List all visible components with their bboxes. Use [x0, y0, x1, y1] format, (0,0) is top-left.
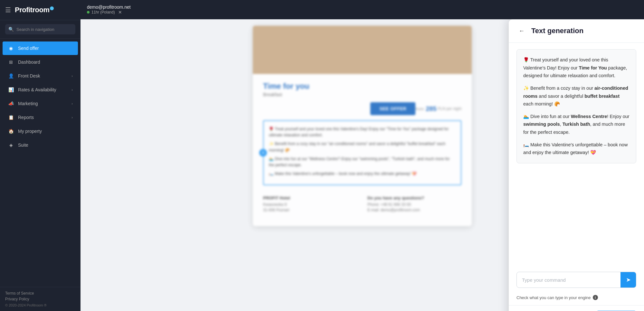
email-text-paragraph: 🏊 Dive into fun at our "Wellness Centre"… [269, 156, 456, 168]
sidebar-item-rates[interactable]: 📊 Rates & Availability › [3, 83, 78, 96]
nav-icon-rates: 📊 [8, 87, 14, 93]
search-placeholder: Search in navigation [16, 27, 54, 32]
sidebar-item-suite[interactable]: ◈ Suite [3, 138, 78, 152]
back-button[interactable]: ← [516, 26, 527, 36]
nav-icon-marketing: 📣 [8, 100, 14, 107]
email-footer-line2-1: Phone: +48 61 666 33 00 [367, 202, 461, 207]
email-footer-line2-2: E-mail: demo@profitroom.com [367, 208, 461, 212]
generated-text-paragraph: 🏊 Dive into fun at our Wellness Centre! … [523, 113, 630, 136]
logo-dot [50, 6, 54, 10]
email-footer-line1-2: 31-006 Poznań [263, 208, 357, 212]
footer-copy: © 2020-2024 Profitroom ® [5, 303, 75, 307]
email-hero-image [253, 26, 472, 74]
hamburger-icon[interactable]: ☰ [5, 6, 11, 14]
topbar-meta: 11hr (Poland) ✕ [87, 10, 131, 15]
top-bar: demo@profitroom.net 11hr (Poland) ✕ [80, 0, 644, 19]
sidebar-item-reports[interactable]: 📋 Reports › [3, 111, 78, 124]
email-offer-subtitle: Breakfast [263, 92, 461, 97]
nav-label-dashboard: Dashboard [18, 59, 73, 65]
logo-container: Profitroom [15, 6, 54, 14]
generated-text-paragraph: 🌹 Treat yourself and your loved one this… [523, 56, 630, 80]
email-price-row: SEE OFFER from 285 PLN per night [263, 102, 461, 115]
nav-icon-my-property: 🏠 [8, 128, 14, 134]
generated-text-box: 🌹 Treat yourself and your loved one this… [516, 49, 636, 163]
sidebar-item-my-property[interactable]: 🏠 My property [3, 124, 78, 138]
sidebar-item-send-offer[interactable]: ◉ Send offer [3, 41, 78, 55]
sidebar-header: ☰ Profitroom [0, 0, 80, 20]
panel-overlay: ← Text generation 🌹 Treat yourself and y… [502, 19, 644, 311]
nav-label-rates: Rates & Availability [18, 87, 71, 92]
email-selected-section: A 🌹 Treat yourself and your loved one th… [263, 120, 461, 185]
topbar-meta-text: 11hr (Poland) [91, 10, 115, 14]
email-text-paragraph: ✨ Benefit from a cozy stay in our "air-c… [269, 141, 456, 153]
nav-arrow-front-desk: › [71, 74, 73, 78]
text-gen-panel: ← Text generation 🌹 Treat yourself and y… [509, 19, 644, 311]
nav-label-my-property: My property [18, 129, 73, 134]
send-button[interactable]: ➤ [620, 272, 636, 288]
email-footer-title1: PROFIT Hotel [263, 196, 357, 200]
info-icon-label: i [595, 296, 596, 299]
status-dot [87, 11, 90, 14]
nav-icon-send-offer: ◉ [8, 45, 14, 51]
footer-privacy[interactable]: Privacy Policy [5, 297, 75, 301]
help-text-row: Check what you can type in your engine i [509, 292, 644, 305]
panel-footer: SAVE [509, 305, 644, 311]
email-text-paragraph: 🌹 Treat yourself and your loved one this… [269, 126, 456, 138]
email-footer-title2: Do you have any questions? [367, 196, 461, 200]
generated-text-paragraph: ✨ Benefit from a cozy stay in our air-co… [523, 84, 630, 108]
content-wrapper: Time for you Breakfast SEE OFFER from 28… [80, 19, 644, 311]
command-input[interactable] [517, 273, 620, 287]
back-arrow-icon: ← [519, 28, 525, 34]
panel-content: 🌹 Treat yourself and your loved one this… [509, 43, 644, 272]
email-preview: Time for you Breakfast SEE OFFER from 28… [253, 26, 472, 226]
nav-icon-front-desk: 👤 [8, 73, 14, 79]
topbar-close-icon[interactable]: ✕ [118, 10, 122, 15]
nav-icon-reports: 📋 [8, 114, 14, 121]
email-footer-line1-1: Kwasowska 9 [263, 202, 357, 207]
nav-icon-dashboard: ⊞ [8, 59, 14, 65]
email-hero [253, 26, 472, 74]
email-footer: PROFIT Hotel Kwasowska 9 31-006 Poznań D… [263, 190, 461, 218]
nav-items: ◉ Send offer ⊞ Dashboard 👤 Front Desk › … [0, 39, 80, 287]
search-icon: 🔍 [8, 27, 14, 32]
info-icon[interactable]: i [593, 295, 598, 300]
sidebar-item-front-desk[interactable]: 👤 Front Desk › [3, 69, 78, 83]
email-text-content: 🌹 Treat yourself and your loved one this… [269, 126, 456, 177]
topbar-email: demo@profitroom.net [87, 5, 131, 10]
panel-title: Text generation [531, 27, 583, 35]
nav-label-marketing: Marketing [18, 101, 71, 106]
sidebar-footer: Terms of Service Privacy Policy © 2020-2… [0, 287, 80, 311]
email-price-value: 285 [426, 105, 436, 113]
email-offer-title: Time for you [263, 82, 461, 91]
panel-header: ← Text generation [509, 19, 644, 43]
generated-text-paragraph: 🛏️ Make this Valentine's unforgettable –… [523, 141, 630, 157]
footer-terms[interactable]: Terms of Service [5, 291, 75, 296]
nav-label-send-offer: Send offer [18, 46, 73, 51]
logo-text: Profitroom [15, 6, 49, 14]
help-text: Check what you can type in your engine [516, 295, 591, 300]
email-text-paragraph: 🛏️ Make this Valentine's unforgettable –… [269, 171, 456, 177]
nav-arrow-reports: › [71, 115, 73, 119]
sidebar-item-marketing[interactable]: 📣 Marketing › [3, 97, 78, 110]
email-cta-button[interactable]: SEE OFFER [370, 102, 415, 115]
nav-arrow-rates: › [71, 88, 73, 92]
email-footer-col2: Do you have any questions? Phone: +48 61… [367, 196, 461, 213]
nav-label-front-desk: Front Desk [18, 73, 71, 78]
email-price-unit: PLN per night [438, 106, 461, 111]
email-body: Time for you Breakfast SEE OFFER from 28… [253, 74, 472, 226]
email-selected-indicator: A [259, 149, 267, 157]
nav-arrow-marketing: › [71, 102, 73, 105]
email-footer-col1: PROFIT Hotel Kwasowska 9 31-006 Poznań [263, 196, 357, 213]
email-price-label: from [415, 106, 424, 111]
nav-icon-suite: ◈ [8, 142, 14, 148]
main-area: demo@profitroom.net 11hr (Poland) ✕ Time… [80, 0, 644, 311]
command-section: ➤ [509, 272, 644, 292]
send-icon: ➤ [626, 276, 631, 283]
command-input-row: ➤ [516, 272, 636, 288]
search-container: 🔍 Search in navigation [0, 20, 80, 39]
sidebar: ☰ Profitroom 🔍 Search in navigation ◉ Se… [0, 0, 80, 311]
sidebar-item-dashboard[interactable]: ⊞ Dashboard [3, 55, 78, 69]
nav-label-suite: Suite [18, 142, 73, 148]
nav-label-reports: Reports [18, 115, 71, 120]
search-box[interactable]: 🔍 Search in navigation [5, 24, 75, 34]
